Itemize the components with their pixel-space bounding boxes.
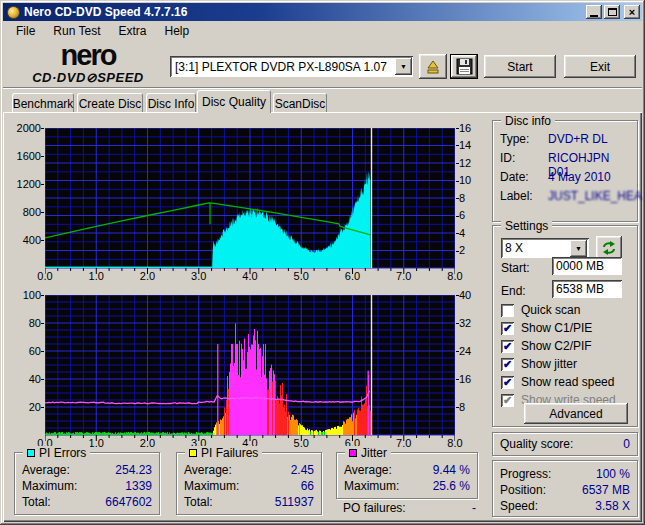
axis-tick — [41, 351, 44, 352]
axis-tick — [456, 323, 459, 324]
position-value: 6537 MB — [582, 483, 630, 498]
chevron-down-icon[interactable]: ▼ — [570, 240, 587, 257]
axis-tick — [41, 240, 44, 241]
tab-disc-info[interactable]: Disc Info — [146, 93, 196, 113]
end-field[interactable]: 6538 MB — [552, 280, 622, 298]
axis-tick-label: 2.0 — [133, 437, 163, 449]
save-button[interactable] — [450, 54, 478, 79]
checkbox-show-c1-pie[interactable]: ✔Show C1/PIE — [501, 321, 592, 335]
axis-tick-label: 1.0 — [81, 270, 111, 282]
tab-benchmark[interactable]: Benchmark — [12, 93, 74, 113]
cddvdspeed-logo-text: CD·DVD⊘SPEED — [12, 71, 164, 84]
axis-tick-label: 3.0 — [184, 270, 214, 282]
checkbox-label: Show C2/PIF — [521, 339, 592, 353]
axis-tick — [456, 216, 459, 217]
axis-tick-label: 800 — [8, 206, 41, 218]
po-failures-value: - — [472, 501, 476, 515]
nero-logo: nero CD·DVD⊘SPEED — [12, 41, 164, 84]
start-button[interactable]: Start — [484, 55, 556, 78]
tab-disc-quality[interactable]: Disc Quality — [197, 90, 271, 113]
stat-value: 511937 — [275, 495, 314, 510]
pi-failures-legend-swatch — [189, 449, 197, 457]
stat-value: 2.45 — [291, 463, 314, 478]
speed-value: 3.58 X — [595, 499, 630, 514]
disc-date-label: Date: — [500, 170, 529, 185]
axis-tick — [456, 407, 459, 408]
refresh-icon — [601, 240, 617, 256]
menu-extra[interactable]: Extra — [109, 22, 155, 40]
axis-tick-label: 2.0 — [133, 270, 163, 282]
menu-help[interactable]: Help — [156, 22, 199, 40]
axis-tick-label: 40 — [8, 373, 41, 385]
axis-tick-label: 40 — [459, 289, 483, 301]
scan-speed-value: 8 X — [505, 241, 570, 255]
checkbox-box[interactable]: ✔ — [501, 376, 514, 389]
checkbox-box[interactable] — [501, 304, 514, 317]
save-icon — [456, 58, 473, 75]
axis-tick-label: 4 — [459, 227, 483, 239]
settings-title: Settings — [505, 219, 548, 233]
pi-errors-chart — [45, 128, 455, 274]
exit-button[interactable]: Exit — [564, 55, 636, 78]
tab-create-disc[interactable]: Create Disc — [77, 93, 143, 113]
stat-label: Average: — [22, 463, 70, 478]
stat-label: Maximum: — [184, 479, 239, 494]
checkbox-box[interactable]: ✔ — [501, 322, 514, 335]
stat-label: Total: — [22, 495, 51, 510]
axis-tick — [41, 323, 44, 324]
checkbox-show-c2-pif[interactable]: ✔Show C2/PIF — [501, 339, 592, 353]
axis-tick — [41, 128, 44, 129]
axis-tick — [456, 351, 459, 352]
quality-score-label: Quality score: — [500, 437, 573, 452]
axis-tick-label: 16 — [459, 122, 483, 134]
menu-run-test[interactable]: Run Test — [44, 22, 109, 40]
axis-tick-label: 5.0 — [286, 270, 316, 282]
po-failures-row: PO failures: - — [343, 501, 476, 515]
disc-date-value: 4 May 2010 — [548, 170, 611, 184]
stat-value: 66 — [301, 479, 314, 494]
disc-label-value: JUST_LIKE_HEA — [548, 189, 642, 203]
stat-label: Average: — [344, 463, 392, 478]
axis-tick-label: 2 — [459, 244, 483, 256]
axis-tick-label: 8.0 — [440, 270, 470, 282]
disc-info-title: Disc info — [505, 114, 551, 128]
axis-tick-label: 20 — [8, 401, 41, 413]
checkbox-box[interactable]: ✔ — [501, 340, 514, 353]
nero-logo-text: nero — [12, 41, 164, 70]
quality-score-value: 0 — [623, 437, 630, 452]
minimize-button[interactable] — [586, 5, 602, 19]
speed-label: Speed: — [500, 499, 538, 514]
axis-tick-label: 12 — [459, 157, 483, 169]
menu-bar: File Run Test Extra Help — [3, 21, 642, 40]
start-field[interactable]: 0000 MB — [552, 257, 622, 275]
axis-tick — [456, 295, 459, 296]
checkbox-quick-scan[interactable]: Quick scan — [501, 303, 580, 317]
axis-tick-label: 7.0 — [389, 437, 419, 449]
checkbox-show-jitter[interactable]: ✔Show jitter — [501, 357, 577, 371]
axis-tick — [41, 212, 44, 213]
checkbox-box[interactable]: ✔ — [501, 358, 514, 371]
axis-tick — [41, 156, 44, 157]
checkbox-show-read-speed[interactable]: ✔Show read speed — [501, 375, 614, 389]
app-icon — [7, 6, 20, 19]
progress-label: Progress: — [500, 467, 551, 482]
chevron-down-icon[interactable]: ▼ — [395, 58, 412, 75]
close-button[interactable]: × — [624, 5, 640, 19]
axis-tick — [456, 251, 459, 252]
eject-button[interactable] — [419, 54, 447, 79]
pi-errors-stats: PI Errors Average:254.23 Maximum:1339 To… — [14, 452, 160, 515]
axis-tick-label: 1600 — [8, 150, 41, 162]
disc-label-label: Label: — [500, 189, 533, 204]
disc-info-panel: Disc info Type:DVD+R DL ID:RICOHJPN D01 … — [492, 120, 638, 222]
drive-select[interactable]: [3:1] PLEXTOR DVDR PX-L890SA 1.07 ▼ — [170, 56, 413, 77]
progress-value: 100 % — [596, 467, 630, 482]
drive-select-value: [3:1] PLEXTOR DVDR PX-L890SA 1.07 — [170, 60, 395, 74]
axis-tick — [41, 295, 44, 296]
scan-speed-select[interactable]: 8 X ▼ — [501, 238, 589, 258]
tab-scandisc[interactable]: ScanDisc — [273, 93, 327, 113]
jitter-legend-label: Jitter — [361, 446, 387, 460]
menu-file[interactable]: File — [7, 22, 44, 40]
maximize-button[interactable] — [604, 5, 620, 19]
axis-tick-label: 2000 — [8, 122, 41, 134]
advanced-button[interactable]: Advanced — [524, 403, 628, 424]
